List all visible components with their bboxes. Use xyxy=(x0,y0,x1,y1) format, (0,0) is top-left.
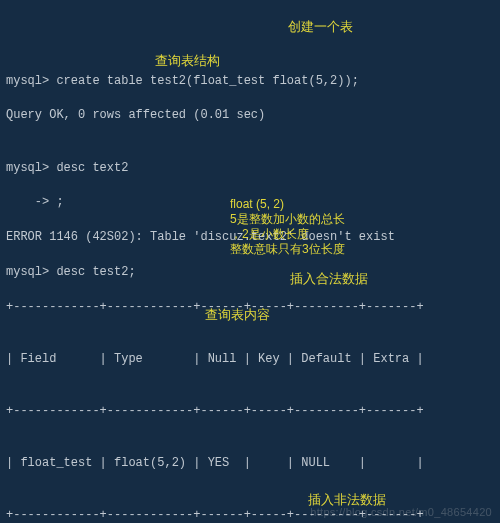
terminal-line: Query OK, 0 rows affected (0.01 sec) xyxy=(6,107,494,124)
note-create-table: 创建一个表 xyxy=(288,18,353,37)
terminal-line: | float_test | float(5,2) | YES | | NULL… xyxy=(6,455,494,472)
terminal-line: +------------+------------+------+-----+… xyxy=(6,403,494,420)
terminal-line: mysql> create table test2(float_test flo… xyxy=(6,73,494,90)
note-float-def-4: 整数意味只有3位长度 xyxy=(230,241,345,258)
terminal-line: | Field | Type | Null | Key | Default | … xyxy=(6,351,494,368)
note-insert-legal: 插入合法数据 xyxy=(290,270,368,289)
note-desc-structure: 查询表结构 xyxy=(155,52,220,71)
terminal-line: mysql> desc test2; xyxy=(6,264,494,281)
note-select-content: 查询表内容 xyxy=(205,306,270,325)
watermark: https://blog.csdn.net/m0_48654420 xyxy=(310,505,492,521)
terminal-line: mysql> desc text2 xyxy=(6,160,494,177)
